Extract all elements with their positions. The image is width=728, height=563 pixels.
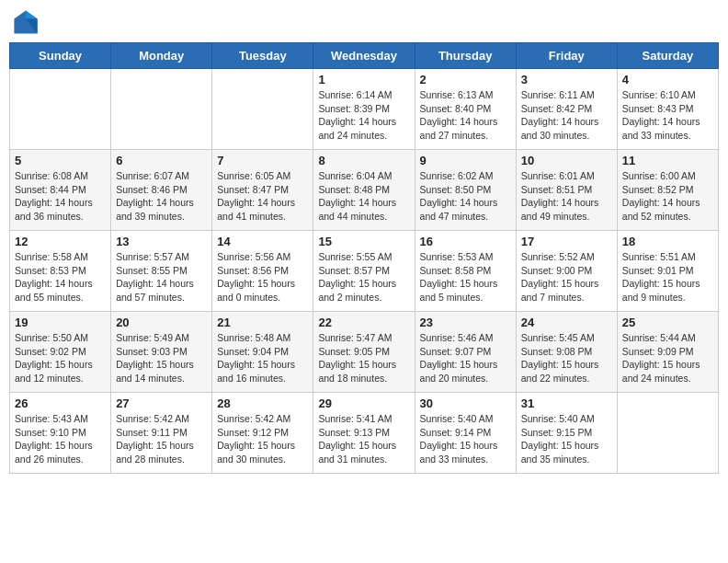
calendar-week-1: 1Sunrise: 6:14 AM Sunset: 8:39 PM Daylig…	[10, 69, 719, 150]
day-number: 21	[217, 316, 308, 329]
day-header-sunday: Sunday	[10, 43, 111, 69]
day-number: 13	[116, 235, 207, 248]
day-info: Sunrise: 5:41 AM Sunset: 9:13 PM Dayligh…	[318, 412, 409, 466]
day-number: 10	[521, 154, 612, 167]
calendar-cell: 18Sunrise: 5:51 AM Sunset: 9:01 PM Dayli…	[617, 231, 718, 312]
day-info: Sunrise: 5:49 AM Sunset: 9:03 PM Dayligh…	[116, 331, 207, 385]
day-number: 24	[521, 316, 612, 329]
logo-icon	[13, 9, 39, 35]
calendar-cell	[617, 393, 718, 474]
day-number: 14	[217, 235, 308, 248]
calendar-cell: 25Sunrise: 5:44 AM Sunset: 9:09 PM Dayli…	[617, 312, 718, 393]
calendar-cell: 4Sunrise: 6:10 AM Sunset: 8:43 PM Daylig…	[617, 69, 718, 150]
day-info: Sunrise: 6:14 AM Sunset: 8:39 PM Dayligh…	[318, 88, 409, 143]
day-info: Sunrise: 5:52 AM Sunset: 9:00 PM Dayligh…	[521, 250, 612, 304]
day-number: 20	[116, 316, 207, 329]
calendar-cell	[212, 69, 313, 150]
day-info: Sunrise: 6:00 AM Sunset: 8:52 PM Dayligh…	[622, 169, 713, 224]
day-number: 16	[420, 235, 511, 248]
calendar-cell: 29Sunrise: 5:41 AM Sunset: 9:13 PM Dayli…	[313, 393, 415, 474]
day-info: Sunrise: 5:40 AM Sunset: 9:15 PM Dayligh…	[521, 412, 612, 466]
day-info: Sunrise: 5:51 AM Sunset: 9:01 PM Dayligh…	[622, 250, 713, 304]
day-info: Sunrise: 5:57 AM Sunset: 8:55 PM Dayligh…	[116, 250, 207, 304]
day-header-monday: Monday	[111, 43, 212, 69]
calendar-cell: 23Sunrise: 5:46 AM Sunset: 9:07 PM Dayli…	[415, 312, 516, 393]
calendar-cell: 8Sunrise: 6:04 AM Sunset: 8:48 PM Daylig…	[313, 150, 415, 231]
day-number: 28	[217, 396, 308, 410]
calendar-cell: 9Sunrise: 6:02 AM Sunset: 8:50 PM Daylig…	[415, 150, 516, 231]
day-number: 23	[420, 316, 511, 329]
day-number: 29	[318, 396, 409, 410]
day-number: 3	[521, 73, 612, 86]
day-info: Sunrise: 5:56 AM Sunset: 8:56 PM Dayligh…	[217, 250, 308, 304]
day-number: 9	[420, 154, 511, 167]
calendar-cell: 5Sunrise: 6:08 AM Sunset: 8:44 PM Daylig…	[10, 150, 111, 231]
day-info: Sunrise: 5:42 AM Sunset: 9:11 PM Dayligh…	[116, 412, 207, 466]
calendar-cell: 11Sunrise: 6:00 AM Sunset: 8:52 PM Dayli…	[617, 150, 718, 231]
day-number: 11	[622, 154, 713, 167]
day-number: 30	[420, 396, 511, 410]
day-info: Sunrise: 5:44 AM Sunset: 9:09 PM Dayligh…	[622, 331, 713, 385]
calendar-cell: 31Sunrise: 5:40 AM Sunset: 9:15 PM Dayli…	[516, 393, 617, 474]
calendar-cell	[10, 69, 111, 150]
calendar-cell: 30Sunrise: 5:40 AM Sunset: 9:14 PM Dayli…	[415, 393, 516, 474]
calendar-cell: 22Sunrise: 5:47 AM Sunset: 9:05 PM Dayli…	[313, 312, 415, 393]
calendar-cell: 7Sunrise: 6:05 AM Sunset: 8:47 PM Daylig…	[212, 150, 313, 231]
day-info: Sunrise: 6:08 AM Sunset: 8:44 PM Dayligh…	[15, 169, 106, 224]
calendar-cell: 20Sunrise: 5:49 AM Sunset: 9:03 PM Dayli…	[111, 312, 212, 393]
day-number: 15	[318, 235, 409, 248]
calendar-cell: 26Sunrise: 5:43 AM Sunset: 9:10 PM Dayli…	[10, 393, 111, 474]
calendar-cell: 15Sunrise: 5:55 AM Sunset: 8:57 PM Dayli…	[313, 231, 415, 312]
day-info: Sunrise: 5:40 AM Sunset: 9:14 PM Dayligh…	[420, 412, 511, 466]
day-header-thursday: Thursday	[415, 43, 516, 69]
day-info: Sunrise: 6:07 AM Sunset: 8:46 PM Dayligh…	[116, 169, 207, 224]
logo	[13, 9, 42, 35]
day-info: Sunrise: 5:47 AM Sunset: 9:05 PM Dayligh…	[318, 331, 409, 385]
day-info: Sunrise: 6:10 AM Sunset: 8:43 PM Dayligh…	[622, 88, 713, 143]
day-number: 7	[217, 154, 308, 167]
calendar-cell: 1Sunrise: 6:14 AM Sunset: 8:39 PM Daylig…	[313, 69, 415, 150]
calendar-cell: 28Sunrise: 5:42 AM Sunset: 9:12 PM Dayli…	[212, 393, 313, 474]
day-info: Sunrise: 5:53 AM Sunset: 8:58 PM Dayligh…	[420, 250, 511, 304]
calendar-week-3: 12Sunrise: 5:58 AM Sunset: 8:53 PM Dayli…	[10, 231, 719, 312]
calendar-cell	[111, 69, 212, 150]
day-number: 2	[420, 73, 511, 86]
day-info: Sunrise: 6:13 AM Sunset: 8:40 PM Dayligh…	[420, 88, 511, 143]
day-info: Sunrise: 6:02 AM Sunset: 8:50 PM Dayligh…	[420, 169, 511, 224]
day-number: 31	[521, 396, 612, 410]
calendar-cell: 19Sunrise: 5:50 AM Sunset: 9:02 PM Dayli…	[10, 312, 111, 393]
day-info: Sunrise: 6:05 AM Sunset: 8:47 PM Dayligh…	[217, 169, 308, 224]
calendar-cell: 13Sunrise: 5:57 AM Sunset: 8:55 PM Dayli…	[111, 231, 212, 312]
day-number: 4	[622, 73, 713, 86]
calendar-cell: 6Sunrise: 6:07 AM Sunset: 8:46 PM Daylig…	[111, 150, 212, 231]
calendar-cell: 17Sunrise: 5:52 AM Sunset: 9:00 PM Dayli…	[516, 231, 617, 312]
day-info: Sunrise: 5:45 AM Sunset: 9:08 PM Dayligh…	[521, 331, 612, 385]
day-number: 17	[521, 235, 612, 248]
day-number: 8	[318, 154, 409, 167]
calendar-cell: 16Sunrise: 5:53 AM Sunset: 8:58 PM Dayli…	[415, 231, 516, 312]
day-number: 5	[15, 154, 106, 167]
calendar-cell: 2Sunrise: 6:13 AM Sunset: 8:40 PM Daylig…	[415, 69, 516, 150]
calendar-cell: 10Sunrise: 6:01 AM Sunset: 8:51 PM Dayli…	[516, 150, 617, 231]
calendar-header-row: SundayMondayTuesdayWednesdayThursdayFrid…	[10, 43, 719, 69]
calendar-cell: 14Sunrise: 5:56 AM Sunset: 8:56 PM Dayli…	[212, 231, 313, 312]
calendar-week-5: 26Sunrise: 5:43 AM Sunset: 9:10 PM Dayli…	[10, 393, 719, 474]
calendar-week-4: 19Sunrise: 5:50 AM Sunset: 9:02 PM Dayli…	[10, 312, 719, 393]
day-info: Sunrise: 5:58 AM Sunset: 8:53 PM Dayligh…	[15, 250, 106, 304]
day-info: Sunrise: 6:04 AM Sunset: 8:48 PM Dayligh…	[318, 169, 409, 224]
day-info: Sunrise: 6:11 AM Sunset: 8:42 PM Dayligh…	[521, 88, 612, 143]
calendar-cell: 3Sunrise: 6:11 AM Sunset: 8:42 PM Daylig…	[516, 69, 617, 150]
calendar-cell: 12Sunrise: 5:58 AM Sunset: 8:53 PM Dayli…	[10, 231, 111, 312]
day-number: 27	[116, 396, 207, 410]
day-number: 26	[15, 396, 106, 410]
day-number: 1	[318, 73, 409, 86]
day-header-tuesday: Tuesday	[212, 43, 313, 69]
day-info: Sunrise: 5:48 AM Sunset: 9:04 PM Dayligh…	[217, 331, 308, 385]
day-info: Sunrise: 5:46 AM Sunset: 9:07 PM Dayligh…	[420, 331, 511, 385]
calendar-week-2: 5Sunrise: 6:08 AM Sunset: 8:44 PM Daylig…	[10, 150, 719, 231]
calendar-table: SundayMondayTuesdayWednesdayThursdayFrid…	[9, 42, 719, 474]
day-info: Sunrise: 5:50 AM Sunset: 9:02 PM Dayligh…	[15, 331, 106, 385]
day-number: 12	[15, 235, 106, 248]
day-number: 22	[318, 316, 409, 329]
day-number: 6	[116, 154, 207, 167]
